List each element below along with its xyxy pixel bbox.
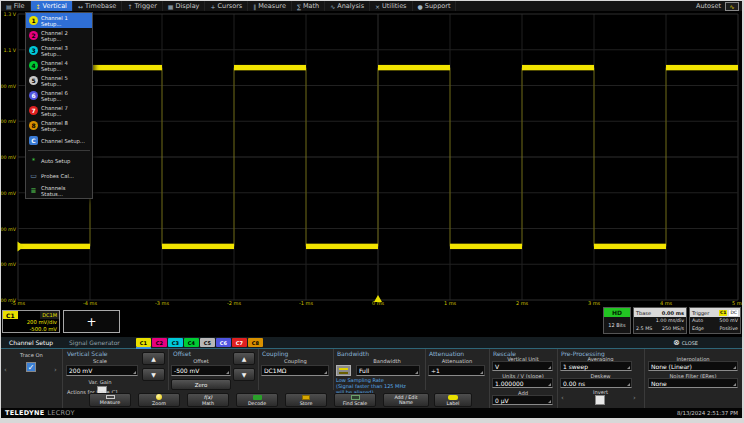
zero-button[interactable]: Zero (171, 379, 231, 390)
channel-setup-label: Channel Setup... (41, 138, 85, 144)
channel-button-c8[interactable]: C8 (248, 338, 263, 347)
invert-checkbox[interactable] (595, 395, 605, 405)
dialog-close-button[interactable]: ⊗CLOSE (673, 338, 698, 347)
scroll-left-icon[interactable]: ‹ (4, 366, 7, 374)
channels-status-icon: ≣ (29, 187, 38, 195)
find-scale-icon (351, 395, 360, 400)
menu-math-label: Math (303, 2, 319, 10)
menu-utilities[interactable]: ×Utilities (370, 1, 413, 11)
offset-down-button[interactable]: ▼ (233, 368, 255, 381)
offset-up-button[interactable]: ▲ (233, 352, 255, 365)
menu-item-channel-7-setup[interactable]: 7Channel 7 Setup... (26, 103, 92, 118)
menu-analysis[interactable]: ∿Analysis (325, 1, 370, 11)
offset-input[interactable]: -500 mV (171, 365, 231, 376)
channel-button-c4[interactable]: C4 (184, 338, 199, 347)
utilities-icon: × (375, 3, 380, 10)
find-scale-button[interactable]: Find Scale (334, 393, 376, 407)
store-button[interactable]: Store (285, 393, 327, 407)
menu-item-auto-setup[interactable]: *Auto Setup (26, 153, 92, 168)
channel-3-setup-badge-icon: 3 (29, 46, 38, 55)
menu-measure[interactable]: ∥Measure (248, 1, 292, 11)
channel-button-c2[interactable]: C2 (152, 338, 167, 347)
menu-support[interactable]: ●Support (413, 1, 457, 11)
scroll-right-icon[interactable]: › (54, 366, 57, 374)
menu-item-channel-5-setup[interactable]: 5Channel 5 Setup... (26, 73, 92, 88)
trigger-box[interactable]: Trigger C1 DC Auto 500 mV Edge Positive (689, 307, 741, 334)
hd-bits: 12 Bits (604, 317, 630, 333)
divider (644, 349, 645, 408)
menu-vertical[interactable]: ↕Vertical (31, 1, 73, 11)
channel-button-c7[interactable]: C7 (232, 338, 247, 347)
trigger-level: 500 mV (719, 317, 738, 325)
menu-file[interactable]: ▤File (1, 1, 31, 11)
channel-button-c6[interactable]: C6 (216, 338, 231, 347)
menu-item-channel-1-setup[interactable]: 1Channel 1 Setup... (26, 13, 92, 28)
scale-input[interactable]: 200 mV (66, 365, 138, 376)
interpolation-dropdown[interactable]: None (Linear) (648, 361, 738, 371)
channel-button-c1[interactable]: C1 (136, 338, 151, 347)
menu-item-channels-status[interactable]: ≣Channels Status... (26, 183, 92, 198)
bandwidth-dropdown[interactable]: Full (356, 365, 420, 376)
attenuation-dropdown[interactable]: ÷1 (428, 365, 485, 376)
autoset-button[interactable]: Autoset (692, 1, 725, 11)
scroll-right-icon[interactable]: › (633, 394, 636, 402)
add-input[interactable]: 0 µV (492, 395, 553, 405)
menu-trigger[interactable]: ↑Trigger (122, 1, 162, 11)
tab-channel-setup[interactable]: Channel Setup (1, 339, 61, 346)
status-bar: TELEDYNE LECROY 8/13/2024 2:51:37 PM (1, 408, 742, 418)
trace-on-checkbox[interactable]: ✓ (26, 362, 36, 372)
dialog-tab-strip: Channel SetupSignal GeneratorC1C2C3C4C5C… (1, 337, 742, 349)
dialog-body: Trace On ✓ ‹ › Vertical Scale Scale 200 … (1, 349, 742, 408)
menu-item-channel-6-setup[interactable]: 6Channel 6 Setup... (26, 88, 92, 103)
timebase-box[interactable]: Tbase 0.00 ms 1.00 ms/div 2.5 MS 250 MS/… (633, 307, 687, 334)
scale-up-button[interactable]: ▲ (142, 352, 165, 365)
autoset-icon[interactable]: ∿ (725, 2, 739, 11)
menu-math[interactable]: ∑Math (292, 1, 325, 11)
add-edit-name-button[interactable]: Add / Edit Name (383, 393, 429, 407)
averaging-input[interactable]: 1 sweep (560, 361, 632, 371)
math-button[interactable]: f(x)Math (187, 393, 229, 407)
deskew-input[interactable]: 0.00 ns (560, 378, 632, 388)
vertical-unit-dropdown[interactable]: V (492, 361, 553, 371)
menu-item-channel-2-setup[interactable]: 2Channel 2 Setup... (26, 28, 92, 43)
decode-button[interactable]: Decode (236, 393, 278, 407)
spinner-corner-icon (627, 383, 630, 386)
menu-item-channel-4-setup[interactable]: 4Channel 4 Setup... (26, 58, 92, 73)
scroll-left-icon[interactable]: ‹ (561, 394, 564, 402)
scale-down-button[interactable]: ▼ (142, 368, 165, 381)
coupling-header: Coupling (262, 350, 288, 357)
label-button[interactable]: Label (434, 393, 472, 407)
menu-item-channel-3-setup[interactable]: 3Channel 3 Setup... (26, 43, 92, 58)
menu-item-probes-cal[interactable]: ▭Probes Cal... (26, 168, 92, 183)
coupling-label: Coupling (258, 358, 333, 364)
y-axis-label: 1.1 V (4, 48, 17, 53)
measure-button[interactable]: Measure (89, 393, 131, 407)
menu-item-channel-8-setup[interactable]: 8Channel 8 Setup... (26, 118, 92, 133)
c1-trace-descriptor[interactable]: C1 DC1M 200 mV/div -500.0 mV (2, 310, 60, 333)
channel-button-c3[interactable]: C3 (168, 338, 183, 347)
menu-timebase[interactable]: ↔Timebase (73, 1, 122, 11)
dropdown-corner-icon (548, 366, 551, 369)
dropdown-corner-icon (324, 371, 327, 374)
channel-button-c5[interactable]: C5 (200, 338, 215, 347)
math-button-label: Math (202, 401, 214, 406)
add-edit-name-button-label: Add / Edit Name (394, 395, 417, 405)
coupling-dropdown[interactable]: DC1MΩ (261, 365, 329, 376)
tab-signal-generator[interactable]: Signal Generator (61, 339, 128, 346)
zoom-button[interactable]: Zoom (138, 393, 180, 407)
brand-lecroy: LECROY (47, 409, 74, 417)
menu-cursors[interactable]: +Cursors (205, 1, 248, 11)
menu-display[interactable]: ▦Display (163, 1, 206, 11)
menu-separator (28, 150, 90, 151)
divider (258, 349, 259, 390)
x-axis-label: 3 ms (588, 300, 601, 306)
menu-item-channel-setup[interactable]: CChannel Setup... (26, 133, 92, 148)
dropdown-corner-icon (415, 371, 418, 374)
noise-filter-value: None (651, 380, 667, 387)
noise-filter-dropdown[interactable]: None (648, 378, 738, 388)
units-per-v-input[interactable]: 1.000000 (492, 378, 553, 388)
x-axis-label: 4 ms (660, 300, 673, 306)
add-trace-button[interactable]: + (63, 310, 120, 333)
hd-mode-box[interactable]: HD 12 Bits (603, 307, 631, 334)
bandwidth-value: Full (359, 367, 369, 374)
